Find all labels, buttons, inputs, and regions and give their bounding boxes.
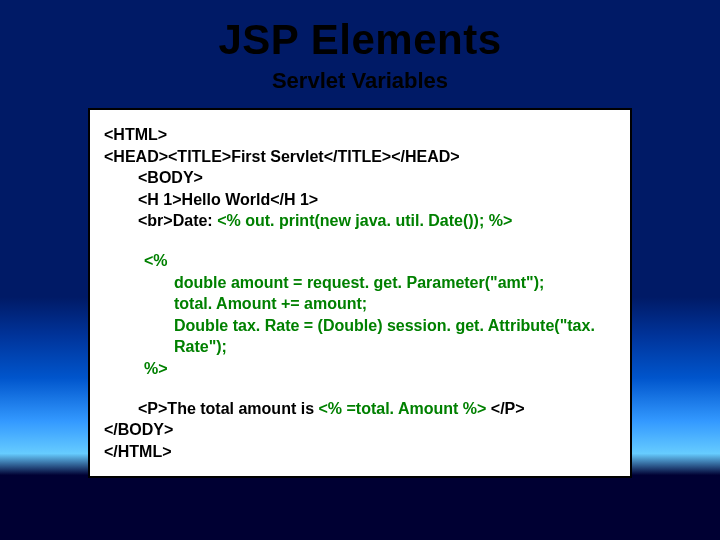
code-box: <HTML> <HEAD><TITLE>First Servlet</TITLE…	[88, 108, 632, 478]
code-text: <P>The total amount is	[138, 400, 318, 417]
code-jsp-expr: <% =total. Amount %>	[318, 400, 486, 417]
code-line: </HTML>	[104, 441, 616, 463]
code-line: %>	[104, 358, 616, 380]
code-line: total. Amount += amount;	[104, 293, 616, 315]
code-line: <BODY>	[104, 167, 616, 189]
code-line: <P>The total amount is <% =total. Amount…	[104, 398, 616, 420]
code-text: <br>Date:	[138, 212, 217, 229]
code-line: </BODY>	[104, 419, 616, 441]
code-text: </P>	[486, 400, 524, 417]
code-line: <H 1>Hello World</H 1>	[104, 189, 616, 211]
code-line: <HEAD><TITLE>First Servlet</TITLE></HEAD…	[104, 146, 616, 168]
code-line: <%	[104, 250, 616, 272]
code-line: Double tax. Rate = (Double) session. get…	[104, 315, 616, 358]
code-line: <br>Date: <% out. print(new java. util. …	[104, 210, 616, 232]
code-line: double amount = request. get. Parameter(…	[104, 272, 616, 294]
slide-subtitle: Servlet Variables	[0, 68, 720, 94]
slide-title: JSP Elements	[0, 0, 720, 64]
code-jsp-expr: <% out. print(new java. util. Date()); %…	[217, 212, 512, 229]
code-line: <HTML>	[104, 124, 616, 146]
